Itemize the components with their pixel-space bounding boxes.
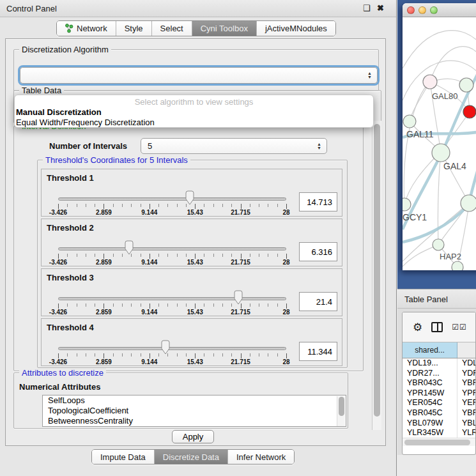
- tab-select[interactable]: Select: [152, 21, 192, 36]
- threshold-2-scale: -3.4262.859 9.14415.43 21.71528: [58, 259, 286, 266]
- cyni-toolbox-panel: Discretization Algorithm ▲▼ Select algor…: [5, 38, 386, 446]
- threshold-3-slider-track[interactable]: [58, 297, 286, 300]
- network-node-highlighted[interactable]: [463, 105, 476, 118]
- combo-stepper-icon: ▲▼: [317, 139, 321, 153]
- panel-title: Control Panel: [6, 4, 57, 13]
- network-node[interactable]: [461, 195, 476, 211]
- threshold-1-box: Threshold 1 -3.4262.859 9.14415.43 21.71…: [41, 169, 342, 217]
- tab-network[interactable]: Network: [57, 21, 116, 36]
- attributes-group: Attributes to discretize Numerical Attri…: [13, 372, 348, 429]
- table-data-title: Table Data: [19, 86, 64, 95]
- threshold-2-slider-track[interactable]: [58, 247, 286, 250]
- numerical-attributes-label: Numerical Attributes: [19, 382, 100, 392]
- threshold-4-box: Threshold 4 -3.4262.859 9.14415.43 21.71…: [41, 318, 342, 366]
- network-canvas[interactable]: GAL80 GA C GAL11 GAL4 GCY1 H HAP2: [403, 17, 476, 270]
- threshold-3-value-field[interactable]: 21.4: [299, 292, 337, 311]
- tab-discretize-data[interactable]: Discretize Data: [155, 450, 228, 464]
- table-row[interactable]: YBL079WYBL0: [403, 418, 476, 429]
- tab-jactivemnodules[interactable]: jActiveMNodules: [257, 21, 335, 36]
- threshold-4-scale: -3.4262.859 9.14415.43 21.71528: [58, 358, 286, 365]
- combo-stepper-icon: ▲▼: [367, 68, 372, 83]
- network-node[interactable]: [433, 239, 444, 250]
- panel-vertical-scrollbar[interactable]: [372, 121, 381, 430]
- network-node[interactable]: [423, 75, 437, 89]
- dropdown-option-manual[interactable]: Manual Discretization: [15, 107, 373, 118]
- threshold-1-slider-thumb[interactable]: [185, 190, 195, 205]
- right-workspace: GAL80 GA C GAL11 GAL4 GCY1 H HAP2 Table …: [397, 0, 476, 476]
- minimize-window-icon[interactable]: [418, 6, 426, 14]
- table-scrollbar-thumb[interactable]: [404, 440, 470, 445]
- table-row[interactable]: YLR345WYLR3: [403, 428, 476, 438]
- list-item[interactable]: BetweennessCentrality: [43, 416, 346, 426]
- top-tab-bar: Network Style Select Cyni Toolbox jActiv…: [56, 20, 336, 36]
- select-columns-checkbox-icons[interactable]: ☑☑: [452, 323, 467, 332]
- close-panel-icon[interactable]: ✖: [377, 3, 384, 13]
- algorithm-combobox[interactable]: ▲▼: [20, 67, 378, 84]
- tab-impute-data[interactable]: Impute Data: [92, 450, 155, 464]
- dropdown-prompt: Select algorithm to view settings: [15, 97, 373, 107]
- node-label: GCY1: [403, 212, 427, 222]
- close-window-icon[interactable]: [407, 6, 415, 14]
- table-header-row: shared... n...: [403, 342, 476, 358]
- network-view-window: GAL80 GA C GAL11 GAL4 GCY1 H HAP2: [403, 3, 476, 270]
- table-panel-titlebar: Table Panel: [397, 289, 476, 309]
- column-header-name[interactable]: n...: [457, 342, 476, 358]
- threshold-3-slider-thumb[interactable]: [234, 290, 243, 305]
- list-item[interactable]: TopologicalCoefficient: [43, 406, 346, 416]
- number-of-intervals-value: 5: [148, 141, 152, 151]
- threshold-4-slider-thumb[interactable]: [160, 340, 170, 355]
- tab-style[interactable]: Style: [116, 21, 152, 36]
- threshold-1-slider-track[interactable]: [58, 197, 286, 201]
- attributes-list-scrollbar[interactable]: [337, 396, 345, 427]
- table-row[interactable]: YBR043CYBR0: [403, 378, 476, 388]
- gear-icon[interactable]: ⚙: [413, 322, 422, 333]
- table-row[interactable]: YBR045CYBR0: [403, 408, 476, 418]
- table-row[interactable]: YER054CYER0: [403, 398, 476, 408]
- number-of-intervals-combobox[interactable]: 5 ▲▼: [141, 138, 327, 154]
- network-node[interactable]: [432, 144, 450, 162]
- node-label: HAP2: [440, 252, 461, 261]
- threshold-2-value-field[interactable]: 6.316: [299, 242, 337, 261]
- threshold-2-slider-thumb[interactable]: [124, 240, 134, 255]
- apply-button[interactable]: Apply: [172, 430, 214, 443]
- threshold-2-box: Threshold 2 -3.4262.859 9.14415.43 21.71…: [41, 219, 342, 266]
- threshold-1-scale: -3.4262.859 9.14415.43 21.71528: [58, 209, 286, 216]
- table-horizontal-scrollbar[interactable]: [403, 438, 475, 446]
- control-panel-titlebar: Control Panel ❑ ✖: [0, 0, 396, 17]
- discretization-algorithm-title: Discretization Algorithm: [19, 45, 111, 54]
- threshold-4-value-field[interactable]: 11.344: [299, 342, 337, 361]
- network-node[interactable]: [459, 78, 473, 92]
- threshold-2-label: Threshold 2: [47, 223, 94, 233]
- network-graph: GAL80 GA C GAL11 GAL4 GCY1 H HAP2: [403, 17, 476, 270]
- panel-scrollbar-thumb[interactable]: [374, 124, 380, 417]
- table-toolbar: ⚙ ☑☑: [403, 312, 475, 342]
- table-body: YDL19...YDL1 YDR27...YDR2 YBR043CYBR0 YP…: [403, 358, 476, 438]
- attributes-title: Attributes to discretize: [19, 368, 106, 378]
- table-row[interactable]: YPR145WYPR1: [403, 388, 476, 399]
- threshold-3-box: Threshold 3 -3.4262.859 9.14415.43 21.71…: [41, 268, 342, 316]
- tab-infer-network[interactable]: Infer Network: [228, 450, 294, 464]
- dropdown-option-equal-width[interactable]: Equal Width/Frequency Discretization: [15, 118, 373, 128]
- threshold-4-slider-track[interactable]: [58, 347, 286, 350]
- thresholds-title: Threshold's Coordinates for 5 Intervals: [43, 155, 190, 165]
- threshold-3-scale: -3.4262.859 9.14415.43 21.71528: [58, 309, 286, 316]
- numerical-attributes-list[interactable]: SelfLoops TopologicalCoefficient Between…: [42, 395, 346, 427]
- table-row[interactable]: YDR27...YDR2: [403, 369, 476, 379]
- zoom-window-icon[interactable]: [430, 6, 438, 14]
- column-header-shared-name[interactable]: shared...: [403, 342, 457, 358]
- screen: Control Panel ❑ ✖ Network Style Select C…: [0, 0, 476, 476]
- table-row[interactable]: YDL19...YDL1: [403, 358, 476, 369]
- columns-icon[interactable]: [431, 322, 443, 332]
- list-item[interactable]: SelfLoops: [43, 395, 346, 406]
- tab-cyni-toolbox[interactable]: Cyni Toolbox: [192, 21, 257, 36]
- network-node[interactable]: [452, 261, 463, 270]
- network-node[interactable]: [403, 198, 411, 211]
- threshold-1-value-field[interactable]: 14.713: [299, 192, 337, 211]
- node-label: GAL4: [443, 161, 466, 171]
- float-window-icon[interactable]: ❑: [363, 3, 371, 13]
- threshold-3-label: Threshold 3: [47, 273, 94, 282]
- network-node[interactable]: [403, 115, 416, 128]
- control-panel-window: Control Panel ❑ ✖ Network Style Select C…: [0, 0, 397, 476]
- node-table: ⚙ ☑☑ shared... n... YDL19...YDL1 YDR27..…: [402, 312, 476, 455]
- tab-network-label: Network: [77, 24, 107, 33]
